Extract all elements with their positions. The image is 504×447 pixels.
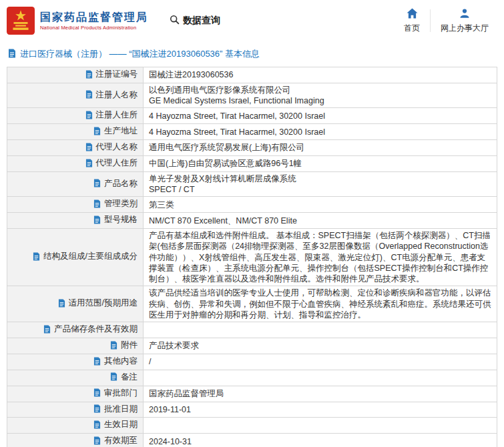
row-label-cell: 代理人住所 (7, 156, 144, 172)
row-label: 生产地址 (104, 125, 138, 136)
row-value-cell (144, 418, 497, 434)
row-label: 产品储存条件及有效期 (54, 324, 138, 334)
row-value-cell: 2019-11-01 (144, 402, 497, 418)
row-label: 产品名称 (104, 178, 138, 189)
row-value-cell: 2024-10-31 (144, 434, 497, 447)
row-label-cell: 管理类别 (7, 197, 144, 213)
nmpa-emblem-logo[interactable] (7, 7, 35, 35)
row-label-cell: 结构及组成/主要组成成分 (7, 229, 144, 286)
doc-icon (93, 179, 101, 187)
table-row: 注册证编号国械注进20193060536 (7, 67, 497, 83)
doc-icon (93, 215, 101, 224)
registration-info-table: 注册证编号国械注进20193060536注册人名称以色列通用电气医疗影像系统有限… (7, 67, 497, 447)
row-label-cell: 注册证编号 (7, 67, 144, 83)
breadcrumb: 进口医疗器械（注册） —— “国械注进20193060536” 基本信息 (0, 41, 504, 65)
doc-icon (85, 159, 93, 167)
table-row: 附件产品技术要求 (7, 338, 497, 354)
table-row: 产品储存条件及有效期 (7, 322, 497, 338)
table-row: 适用范围/预期用途该产品供经适当培训的医学专业人士使用，可帮助检测、定位和诊断疾… (7, 286, 497, 322)
nav-service-hall-label: 网上办事大厅 (441, 23, 489, 34)
row-label-cell: 有效期至 (7, 434, 144, 447)
row-label: 注册人名称 (96, 89, 138, 100)
row-label: 代理人住所 (96, 157, 138, 168)
row-label-cell: 适用范围/预期用途 (7, 286, 144, 322)
top-nav: 首页 网上办事大厅 (394, 8, 499, 34)
row-label: 审批部门 (104, 388, 138, 398)
table-row: 其他内容/ (7, 354, 497, 370)
row-label-cell: 生效日期 (7, 418, 144, 434)
doc-icon (85, 90, 93, 99)
doc-icon (58, 299, 65, 308)
doc-icon (33, 252, 40, 261)
table-row: 注册人名称以色列通用电气医疗影像系统有限公司 GE Medical System… (7, 83, 497, 108)
doc-icon (93, 404, 101, 413)
row-value-cell: 产品有基本组成和选件附件组成。 基本组成：SPECT扫描架（包括两个核探测器）、… (144, 229, 497, 286)
table-row: 批准日期2019-11-01 (7, 402, 497, 418)
row-label-cell: 代理人名称 (7, 140, 144, 156)
nav-home[interactable]: 首页 (394, 8, 430, 34)
row-value-cell: / (144, 354, 497, 370)
doc-icon (93, 199, 101, 208)
row-value-cell: 以色列通用电气医疗影像系统有限公司 GE Medical Systems Isr… (144, 83, 497, 108)
row-value-cell (144, 370, 497, 386)
agency-name-en: National Medical Products Administration (40, 25, 148, 31)
row-value-cell: 4 Hayozma Street, Tirat Hacarmel, 30200 … (144, 124, 497, 140)
row-value-cell: 该产品供经适当培训的医学专业人士使用，可帮助检测、定位和诊断疾病和器官功能，以评… (144, 286, 497, 322)
agency-names: 国家药品监督管理局 National Medical Products Admi… (40, 11, 148, 31)
doc-icon (93, 357, 101, 366)
table-row: 生产地址4 Hayozma Street, Tirat Hacarmel, 30… (7, 124, 497, 140)
doc-icon (93, 436, 101, 445)
row-label: 结构及组成/主要组成成分 (43, 251, 138, 262)
data-query-nav[interactable]: 数据查询 (170, 15, 220, 27)
doc-icon (110, 372, 117, 381)
row-value-cell: NM/CT 870 Excellent、NM/CT 870 Elite (144, 213, 497, 229)
row-label-cell: 批准日期 (7, 402, 144, 418)
row-label: 代理人名称 (96, 141, 138, 152)
info-table-body: 注册证编号国械注进20193060536注册人名称以色列通用电气医疗影像系统有限… (7, 67, 497, 447)
row-label-cell: 注册人名称 (7, 83, 144, 108)
row-value-cell: 产品技术要求 (144, 338, 497, 354)
table-row: 结构及组成/主要组成成分产品有基本组成和选件附件组成。 基本组成：SPECT扫描… (7, 229, 497, 286)
doc-icon (85, 70, 93, 79)
home-icon (407, 8, 418, 21)
row-label: 有效期至 (104, 435, 138, 446)
table-row: 生效日期 (7, 418, 497, 434)
table-row: 有效期至2024-10-31 (7, 434, 497, 447)
doc-icon (85, 111, 93, 119)
row-label: 注册证编号 (96, 69, 138, 79)
row-label: 管理类别 (104, 198, 138, 209)
row-value-cell: 通用电气医疗系统贸易发展(上海)有限公司 (144, 140, 497, 156)
doc-icon (43, 325, 51, 334)
row-label-cell: 产品名称 (7, 171, 144, 197)
row-label-cell: 备注 (7, 370, 144, 386)
data-query-label: 数据查询 (183, 15, 220, 27)
agency-name-cn: 国家药品监督管理局 (40, 11, 148, 24)
table-row: 代理人住所中国(上海)自由贸易试验区意威路96号1幢 (7, 156, 497, 172)
nav-service-hall[interactable]: 网上办事大厅 (431, 8, 499, 34)
doc-icon (93, 388, 101, 397)
table-row: 管理类别第三类 (7, 197, 497, 213)
row-value-cell: 中国(上海)自由贸易试验区意威路96号1幢 (144, 156, 497, 172)
row-label: 备注 (121, 372, 138, 382)
table-row: 注册人住所4 Hayozma Street, Tirat Hacarmel, 3… (7, 108, 497, 124)
table-row: 审批部门国家药品监督管理局 (7, 386, 497, 402)
row-label-cell: 其他内容 (7, 354, 144, 370)
doc-icon (85, 143, 93, 151)
table-row: 型号规格NM/CT 870 Excellent、NM/CT 870 Elite (7, 213, 497, 229)
row-label: 生效日期 (104, 419, 138, 430)
breadcrumb-text: 进口医疗器械（注册） —— “国械注进20193060536” 基本信息 (20, 48, 260, 60)
row-label: 型号规格 (104, 214, 138, 225)
row-label: 注册人住所 (96, 109, 138, 120)
row-label: 适用范围/预期用途 (69, 298, 138, 308)
brand-block: 国家药品监督管理局 National Medical Products Admi… (7, 7, 148, 35)
row-label: 其他内容 (104, 356, 138, 366)
nav-home-label: 首页 (404, 23, 420, 34)
site-header: 国家药品监督管理局 National Medical Products Admi… (0, 0, 504, 41)
row-label: 批准日期 (104, 404, 138, 414)
row-label-cell: 注册人住所 (7, 108, 144, 124)
row-value-cell (144, 322, 497, 338)
row-label: 附件 (121, 340, 138, 350)
row-label-cell: 生产地址 (7, 124, 144, 140)
row-label-cell: 附件 (7, 338, 144, 354)
row-value-cell: 单光子发射及X射线计算机断层成像系统 SPECT / CT (144, 171, 497, 197)
